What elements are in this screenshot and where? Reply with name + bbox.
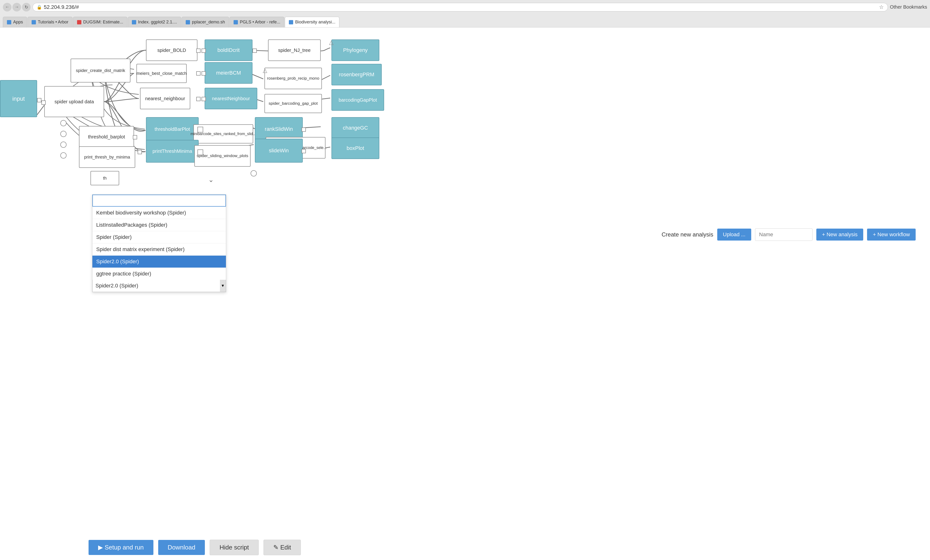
selected-analysis-row: Spider2.0 (Spider) ▼ — [92, 280, 226, 292]
browser-chrome: ← → ↻ 🔒 52.204.9.236/# ☆ Other Bookmarks… — [0, 0, 930, 28]
dropdown-item-kembel[interactable]: Kembel biodiversity workshop (Spider) — [92, 207, 226, 219]
tab-favicon-apps — [7, 20, 11, 25]
node-spider-bold[interactable]: spider_BOLD — [146, 40, 197, 61]
tab-label-pplacer: pplacer_demo.sh — [192, 20, 225, 25]
tab-favicon-ggplot — [132, 20, 136, 25]
node-slide-win[interactable]: slideWin — [255, 139, 303, 163]
url-text: 52.204.9.236/# — [44, 4, 79, 10]
bookmark-star-icon[interactable]: ☆ — [879, 4, 884, 10]
dropdown-item-spider2[interactable]: Spider2.0 (Spider) — [92, 255, 226, 268]
node-barcoding-gap-plot[interactable]: barcodingGapPlot — [331, 89, 384, 111]
port-right-meiers — [196, 71, 200, 75]
port-right-threshold-barplot — [133, 135, 137, 140]
node-spider-upload-data[interactable]: spider upload data — [44, 86, 104, 117]
tab-favicon-pplacer — [186, 20, 190, 25]
hide-script-button[interactable]: Hide script — [209, 540, 259, 555]
chevron-down-icon[interactable]: ⌄ — [208, 176, 214, 184]
port-right-boldidcrit — [253, 49, 257, 53]
port-left-upload — [42, 100, 46, 105]
node-meiers-best-close-match[interactable]: meiers_best_close_match — [136, 64, 187, 83]
node-threshold-bar-plot[interactable]: thresholdBarPlot — [146, 117, 199, 141]
dropdown-search-input[interactable] — [92, 195, 226, 207]
tab-label-apps: Apps — [13, 20, 23, 25]
node-box-plot[interactable]: boxPlot — [331, 138, 379, 159]
node-input[interactable]: input — [0, 80, 37, 117]
lock-icon: 🔒 — [37, 5, 42, 10]
name-input[interactable] — [755, 229, 813, 241]
port-right-thresholdbarplot — [197, 127, 203, 132]
dropdown-item-spider-dist[interactable]: Spider dist matrix experiment (Spider) — [92, 243, 226, 255]
back-button[interactable]: ← — [3, 3, 11, 11]
port-right-nearest — [196, 97, 200, 101]
new-workflow-button[interactable]: + New workflow — [867, 229, 916, 241]
node-phylogeny[interactable]: Phylogeny — [331, 40, 379, 61]
create-analysis-section: Create new analysis Upload ... + New ana… — [662, 229, 916, 241]
triangle-phylogeny: △ — [329, 39, 333, 46]
tab-label-ggplot: Index. ggplot2 2.1.... — [138, 20, 177, 25]
tab-favicon-tutorials — [32, 20, 36, 25]
svg-point-4 — [60, 131, 66, 137]
dropdown-item-ggtree[interactable]: ggtree practice (Spider) — [92, 268, 226, 280]
tab-dugsim[interactable]: DUGSIM: Estimate... — [73, 17, 127, 27]
dropdown-item-spider[interactable]: Spider (Spider) — [92, 231, 226, 243]
tab-label-pgls: PGLS • Arbor - refe... — [240, 20, 280, 25]
port-left-input-out — [37, 98, 42, 102]
dropdown-item-list-installed[interactable]: ListInstalledPackages (Spider) — [92, 219, 226, 231]
upload-button[interactable]: Upload ... — [717, 229, 751, 241]
tab-favicon-biodiversity — [289, 20, 293, 25]
triangle-rosenberg: △ — [263, 67, 267, 74]
node-print-thresh-by-minima[interactable]: print_thresh_by_minima — [79, 146, 135, 168]
node-rosenberg-prm[interactable]: rosenbergPRM — [331, 64, 382, 85]
node-threshold-barplot[interactable]: threshold_barplot — [79, 126, 134, 147]
port-right-printthreshminima — [197, 149, 203, 155]
tab-pgls[interactable]: PGLS • Arbor - refe... — [229, 17, 284, 27]
refresh-button[interactable]: ↻ — [22, 3, 31, 11]
forward-button[interactable]: → — [12, 3, 21, 11]
tab-ggplot[interactable]: Index. ggplot2 2.1.... — [128, 17, 181, 27]
node-boldidcrit[interactable]: boldIDcrit — [205, 40, 253, 61]
node-change-gc[interactable]: changeGC — [331, 117, 379, 139]
tab-label-tutorials: Tutorials • Arbor — [38, 20, 68, 25]
other-bookmarks[interactable]: Other Bookmarks — [890, 4, 927, 10]
setup-run-button[interactable]: ▶ Setup and run — [89, 540, 153, 555]
tab-biodiversity[interactable]: Biodiversity analysi... — [285, 17, 339, 27]
new-analysis-button[interactable]: + New analysis — [816, 229, 864, 241]
node-rosenberg-prob-recip-mono[interactable]: rosenberg_prob_recip_mono — [265, 68, 322, 89]
tab-favicon-pgls — [234, 20, 238, 25]
svg-point-3 — [60, 120, 66, 126]
edit-button[interactable]: ✎ Edit — [263, 540, 301, 555]
svg-point-5 — [60, 142, 66, 147]
node-spider-sliding-window-plots[interactable]: spider_sliding_window_plots — [194, 145, 251, 167]
node-spider-barcoding-gap-plot[interactable]: spider_barcoding_gap_plot — [265, 94, 322, 113]
port-right-slidewin — [302, 149, 306, 153]
action-buttons: ▶ Setup and run Download Hide script ✎ E… — [89, 540, 301, 555]
address-bar[interactable]: 🔒 52.204.9.236/# ☆ — [32, 3, 888, 11]
svg-point-6 — [60, 153, 66, 158]
selected-analysis-text: Spider2.0 (Spider) — [92, 280, 220, 291]
tab-apps[interactable]: Apps — [3, 17, 27, 27]
tab-pplacer[interactable]: pplacer_demo.sh — [182, 17, 229, 27]
node-nearest-neighbour-result[interactable]: nearestNeighbour — [205, 88, 257, 109]
tab-favicon-dugsim — [77, 20, 82, 25]
node-print-thresh-minima[interactable]: printThreshMinima — [146, 140, 199, 163]
port-left-nearestneighbour — [202, 97, 206, 101]
browser-toolbar: ← → ↻ 🔒 52.204.9.236/# ☆ Other Bookmarks — [0, 0, 930, 14]
node-spider-create-dist-matrix[interactable]: spider_create_dist_matrik — [71, 58, 131, 83]
download-button[interactable]: Download — [158, 540, 205, 555]
node-meier-bcm[interactable]: meierBCM — [205, 62, 253, 84]
tab-tutorials[interactable]: Tutorials • Arbor — [28, 17, 72, 27]
port-left-boldidcrit — [202, 49, 206, 53]
node-partial-bottom[interactable]: th — [91, 171, 119, 185]
create-analysis-label: Create new analysis — [662, 231, 713, 238]
tab-label-biodiversity: Biodiversity analysi... — [295, 20, 335, 25]
nav-buttons: ← → ↻ — [3, 3, 31, 11]
tab-label-dugsim: DUGSIM: Estimate... — [83, 20, 123, 25]
node-spider-nj-tree[interactable]: spider_NJ_tree — [268, 40, 321, 61]
node-nearest-neighbour[interactable]: nearest_neighbour — [140, 88, 190, 109]
browser-tabs: Apps Tutorials • Arbor DUGSIM: Estimate.… — [0, 14, 930, 27]
port-right-spider-bold — [196, 49, 200, 53]
svg-point-9 — [251, 170, 257, 176]
scroll-handle[interactable]: ▼ — [220, 280, 226, 292]
port-left-meierbcm — [202, 71, 206, 75]
port-right-rankslidwin — [302, 127, 306, 132]
